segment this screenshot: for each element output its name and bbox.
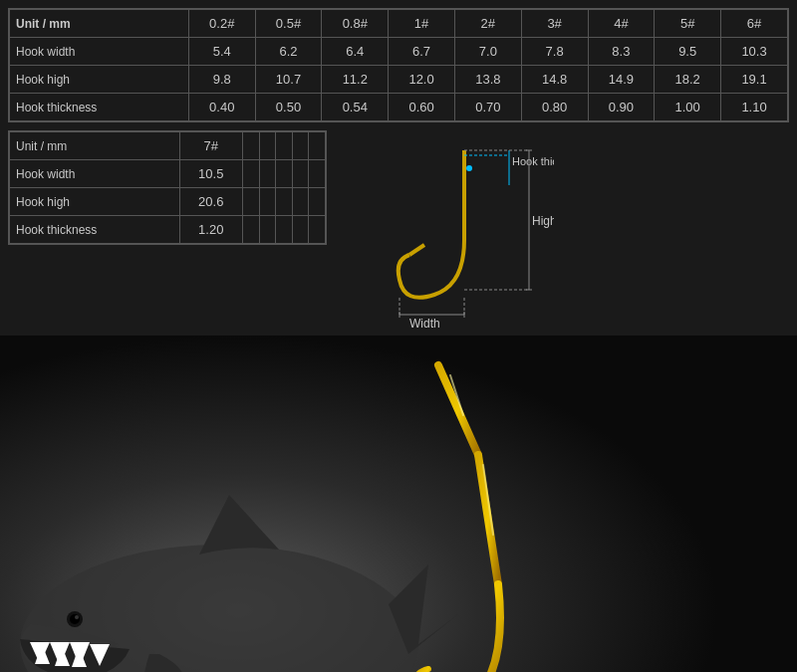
table1-header-5#: 5# [655,10,721,38]
table1-cell-1-0: 9.8 [188,66,255,94]
svg-text:Hook thickness: Hook thickness [512,155,554,167]
table2-row-label-0: Hook width [10,160,180,188]
table2-cell-0-2 [259,160,276,188]
table2-row-label-1: Hook high [10,188,180,216]
table1-cell-1-1: 10.7 [255,66,322,94]
table2-header-2 [242,132,259,160]
table2-diagram-row: Unit / mm7#Hook width10.5Hook high20.6Ho… [8,130,789,330]
table1-cell-2-6: 0.90 [588,94,655,121]
table1-cell-0-0: 5.4 [188,38,255,66]
table1-unit-header: Unit / mm [10,10,189,38]
table2-cell-0-4 [292,160,309,188]
table2-cell-1-1 [242,188,259,216]
table1-cell-0-6: 8.3 [588,38,655,66]
shark-section [0,336,797,672]
table1-cell-2-2: 0.54 [322,94,389,121]
table2-cell-1-3 [276,188,293,216]
table1-row-label-2: Hook thickness [10,94,189,121]
table1-header-1#: 1# [389,10,455,38]
table2-header-4 [276,132,293,160]
table1-cell-0-5: 7.8 [521,38,588,66]
table2-cell-2-3 [276,216,293,244]
table2-cell-0-5 [309,160,326,188]
page-wrapper: Unit / mm0.2#0.5#0.8#1#2#3#4#5#6#Hook wi… [0,0,797,672]
table2-container: Unit / mm7#Hook width10.5Hook high20.6Ho… [8,130,327,245]
table2-cell-0-3 [276,160,293,188]
table1-cell-2-3: 0.60 [389,94,455,121]
table1-cell-2-1: 0.50 [255,94,322,121]
table2-cell-1-0: 20.6 [179,188,242,216]
diagram-container: Hook thickness High Width [335,130,789,330]
table2-cell-2-0: 1.20 [179,216,242,244]
table1-header-0.2#: 0.2# [188,10,255,38]
table2-cell-1-5 [309,188,326,216]
table1-cell-0-3: 6.7 [389,38,455,66]
table2-cell-0-0: 10.5 [179,160,242,188]
table1-header-2#: 2# [454,10,521,38]
table1-cell-1-2: 11.2 [322,66,389,94]
table1-cell-2-7: 1.00 [655,94,721,121]
table2-header-3 [259,132,276,160]
table2-cell-2-1 [242,216,259,244]
svg-line-1 [409,245,424,255]
table2-cell-2-5 [309,216,326,244]
table1-cell-2-5: 0.80 [521,94,588,121]
svg-point-17 [466,165,472,171]
table2-row-label-2: Hook thickness [10,216,180,244]
table1-cell-2-8: 1.10 [721,94,788,121]
table2-header-5 [292,132,309,160]
table2-cell-1-4 [292,188,309,216]
table1-cell-0-4: 7.0 [454,38,521,66]
table1-cell-1-4: 13.8 [454,66,521,94]
table1-cell-2-4: 0.70 [454,94,521,121]
table1-header-0.5#: 0.5# [255,10,322,38]
table2-header-1: 7# [179,132,242,160]
table1-cell-1-8: 19.1 [721,66,788,94]
table2-cell-2-2 [259,216,276,244]
shark-illustration [0,336,797,672]
table1-container: Unit / mm0.2#0.5#0.8#1#2#3#4#5#6#Hook wi… [8,8,789,122]
table1-cell-1-7: 18.2 [655,66,721,94]
svg-point-28 [70,614,80,624]
table1-cell-1-5: 14.8 [521,66,588,94]
table1-header-6#: 6# [721,10,788,38]
table1-cell-0-1: 6.2 [255,38,322,66]
table1-row-label-0: Hook width [10,38,189,66]
table1-cell-0-2: 6.4 [322,38,389,66]
shark-background [0,336,797,672]
table1-cell-1-3: 12.0 [389,66,455,94]
table1-cell-2-0: 0.40 [188,94,255,121]
table2-cell-2-4 [292,216,309,244]
table1-cell-0-7: 9.5 [655,38,721,66]
table2-cell-0-1 [242,160,259,188]
table1-header-4#: 4# [588,10,655,38]
table1-header-3#: 3# [521,10,588,38]
svg-text:Width: Width [409,317,440,330]
tables-section: Unit / mm0.2#0.5#0.8#1#2#3#4#5#6#Hook wi… [0,0,797,336]
table1-cell-0-8: 10.3 [721,38,788,66]
table2-header-6 [309,132,326,160]
table1-header-0.8#: 0.8# [322,10,389,38]
hook-diagram: Hook thickness High Width [335,130,554,330]
table2: Unit / mm7#Hook width10.5Hook high20.6Ho… [9,131,326,244]
table1-row-label-1: Hook high [10,66,189,94]
table2-cell-1-2 [259,188,276,216]
svg-text:High: High [532,214,554,228]
table2-unit-header: Unit / mm [10,132,180,160]
svg-point-29 [75,615,79,619]
table1: Unit / mm0.2#0.5#0.8#1#2#3#4#5#6#Hook wi… [9,9,788,121]
table1-cell-1-6: 14.9 [588,66,655,94]
